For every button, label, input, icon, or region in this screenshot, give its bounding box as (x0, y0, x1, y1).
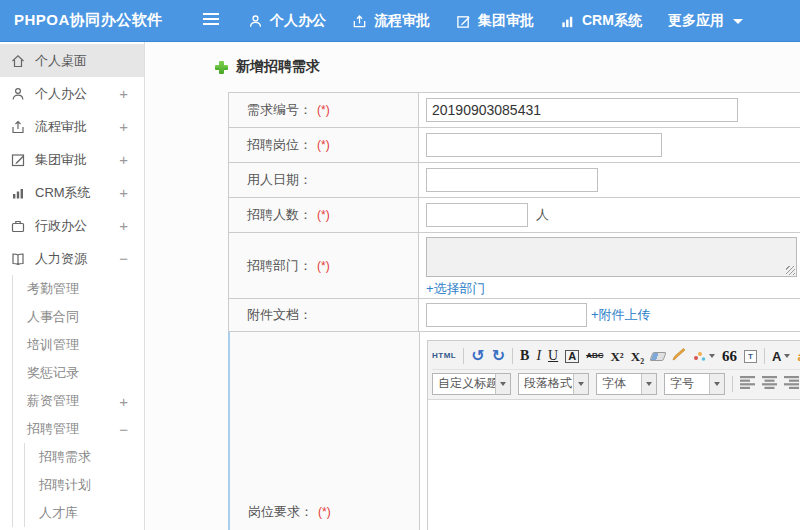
sidebar-item-personal-office[interactable]: 个人办公 + (0, 77, 144, 110)
redo-icon[interactable]: ↻ (492, 348, 505, 364)
headcount-unit: 人 (536, 206, 549, 224)
editor-toolbar: HTML ↺ ↻ B I U A ABC X² X₂ (428, 341, 800, 400)
font-size-select[interactable]: 字号 (664, 373, 725, 395)
sidebar: 个人桌面 个人办公 + 流程审批 + 集团审批 + CRM系统 + 行政办公 +… (0, 42, 145, 530)
rich-text-editor: HTML ↺ ↻ B I U A ABC X² X₂ (427, 340, 800, 530)
paragraph-format-select[interactable]: 段落格式 (518, 373, 589, 395)
underline-button[interactable]: U (548, 349, 558, 363)
required-mark: (*) (317, 208, 330, 222)
field-label: 岗位要求： (248, 503, 313, 521)
required-mark: (*) (317, 138, 330, 152)
nav-group-approval[interactable]: 集团审批 (456, 12, 534, 30)
custom-heading-select[interactable]: 自定义标题 (432, 373, 511, 395)
form-row-job-requirements: 岗位要求： (*) HTML ↺ ↻ B I U (228, 332, 800, 530)
field-label: 招聘人数： (247, 206, 312, 224)
font-family-select[interactable]: 字体 (596, 373, 657, 395)
align-center-icon[interactable] (762, 375, 777, 393)
form-row-headcount: 招聘人数： (*) 人 (228, 198, 800, 233)
attachment-input[interactable] (426, 303, 587, 327)
page-title: 新增招聘需求 (215, 55, 800, 79)
sidebar-item-hr[interactable]: 人力资源 − (0, 242, 144, 275)
nav-more-apps[interactable]: 更多应用 (668, 12, 743, 30)
top-nav: 个人办公 流程审批 集团审批 CRM系统 更多应用 (248, 0, 743, 42)
caret-down-icon (578, 382, 584, 386)
form-row-demand-code: 需求编号： (*) (228, 93, 800, 128)
required-mark: (*) (317, 103, 330, 117)
sidebar-item-talent-pool[interactable]: 人才库 (25, 499, 144, 527)
superscript-button[interactable]: X² (610, 350, 623, 363)
align-right-icon[interactable] (784, 375, 799, 393)
nav-crm[interactable]: CRM系统 (560, 12, 642, 30)
sidebar-item-workflow-approval[interactable]: 流程审批 + (0, 110, 144, 143)
home-icon (10, 53, 26, 69)
brush-icon[interactable] (672, 347, 686, 365)
crm-chart-icon (560, 14, 575, 29)
form-row-position: 招聘岗位： (*) (228, 128, 800, 163)
caret-down-icon (784, 354, 790, 358)
form-row-hire-date: 用人日期： (228, 163, 800, 198)
select-department-link[interactable]: +选择部门 (426, 280, 486, 298)
workflow-icon (352, 14, 367, 29)
app-title: PHPOA协同办公软件 (0, 11, 163, 30)
hamburger-menu-icon[interactable] (203, 13, 219, 27)
briefcase-icon (10, 218, 26, 234)
top-header: PHPOA协同办公软件 个人办公 流程审批 集团审批 CRM系统 更多应用 (0, 0, 800, 42)
sidebar-item-crm[interactable]: CRM系统 + (0, 176, 144, 209)
demand-code-input[interactable] (426, 98, 738, 122)
font-style-button[interactable]: A (565, 350, 579, 363)
sidebar-item-attendance[interactable]: 考勤管理 (13, 275, 144, 303)
font-color-button[interactable]: A (772, 350, 790, 363)
align-left-icon[interactable] (740, 375, 755, 393)
attachment-upload-link[interactable]: +附件上传 (591, 306, 651, 324)
edit-square-icon (10, 152, 26, 168)
field-label: 附件文档： (247, 306, 312, 324)
caret-down-icon (714, 382, 720, 386)
hr-submenu: 考勤管理 人事合同 培训管理 奖惩记录 薪资管理 + 招聘管理 − 招聘需求 招… (12, 275, 144, 527)
workflow-icon (10, 119, 26, 135)
hire-date-input[interactable] (426, 168, 598, 192)
undo-icon[interactable]: ↺ (471, 348, 484, 364)
italic-button[interactable]: I (536, 349, 541, 363)
sidebar-item-admin-office[interactable]: 行政办公 + (0, 209, 144, 242)
sidebar-item-hr-contract[interactable]: 人事合同 (13, 303, 144, 331)
nav-workflow-approval[interactable]: 流程审批 (352, 12, 430, 30)
editor-content-area[interactable] (428, 400, 800, 530)
resize-grip-icon[interactable] (786, 266, 795, 275)
sidebar-item-recruit-plan[interactable]: 招聘计划 (25, 471, 144, 499)
sidebar-item-rewards[interactable]: 奖惩记录 (13, 359, 144, 387)
department-textarea[interactable] (426, 237, 797, 277)
person-icon (248, 14, 263, 29)
caret-down-icon (709, 354, 715, 358)
sidebar-item-training[interactable]: 培训管理 (13, 331, 144, 359)
sidebar-item-recruit-mgmt[interactable]: 招聘管理 − (13, 415, 144, 443)
html-source-button[interactable]: HTML (432, 352, 456, 360)
form-row-department: 招聘部门： (*) +选择部门 (228, 233, 800, 299)
blockquote-button[interactable]: 66 (722, 349, 737, 364)
main-content: 新增招聘需求 需求编号： (*) 招聘岗位： (*) 用人日期： (146, 42, 800, 530)
required-mark: (*) (318, 505, 331, 519)
book-icon (10, 251, 26, 267)
color-palette-icon[interactable] (693, 350, 715, 362)
sidebar-item-group-approval[interactable]: 集团审批 + (0, 143, 144, 176)
headcount-input[interactable] (426, 203, 528, 227)
field-label: 需求编号： (247, 101, 312, 119)
subscript-button[interactable]: X₂ (631, 350, 644, 363)
field-label: 用人日期： (247, 171, 312, 189)
eraser-icon[interactable] (649, 352, 666, 361)
nav-personal-office[interactable]: 个人办公 (248, 12, 326, 30)
strikethrough-button[interactable]: ABC (586, 352, 603, 360)
required-mark: (*) (317, 259, 330, 273)
sidebar-item-salary[interactable]: 薪资管理 + (13, 387, 144, 415)
position-input[interactable] (426, 133, 662, 157)
caret-down-icon (646, 382, 652, 386)
bold-button[interactable]: B (520, 349, 529, 363)
chart-icon (10, 185, 26, 201)
group-approval-icon (456, 14, 471, 29)
recruit-submenu: 招聘需求 招聘计划 人才库 (24, 443, 144, 527)
paste-text-icon[interactable]: T (744, 350, 757, 363)
add-icon (215, 61, 228, 74)
field-label: 招聘岗位： (247, 136, 312, 154)
caret-down-icon (500, 382, 506, 386)
sidebar-item-personal-desktop[interactable]: 个人桌面 (0, 44, 144, 77)
sidebar-item-recruit-demand[interactable]: 招聘需求 (25, 443, 144, 471)
